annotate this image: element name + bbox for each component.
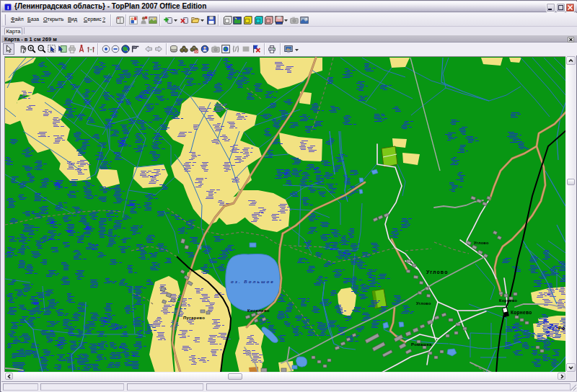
svg-text:Углово: Углово xyxy=(426,270,449,275)
svg-text:Углово: Углово xyxy=(474,241,489,245)
svg-text:Корнево: Корнево xyxy=(499,298,518,303)
svg-text:Углово: Углово xyxy=(416,301,431,306)
svg-text:Ро: Ро xyxy=(558,326,565,331)
svg-text:Киселево: Киселево xyxy=(247,308,270,313)
svg-text:Ромашка: Ромашка xyxy=(411,342,432,347)
svg-text:оз. Большое: оз. Большое xyxy=(231,279,275,284)
svg-text:Корнево: Корнево xyxy=(511,310,532,316)
svg-text:Пугарево: Пугарево xyxy=(183,316,205,320)
